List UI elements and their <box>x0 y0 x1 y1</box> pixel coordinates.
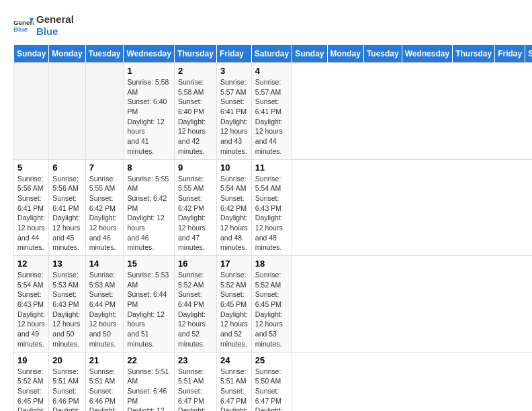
calendar-cell: 19Sunrise: 5:52 AMSunset: 6:45 PMDayligh… <box>14 352 49 411</box>
calendar-week-3: 12Sunrise: 5:54 AMSunset: 6:43 PMDayligh… <box>14 256 533 353</box>
col-header-saturday: Saturday <box>525 45 532 63</box>
day-number: 4 <box>255 66 288 76</box>
day-info: Sunrise: 5:52 AMSunset: 6:45 PMDaylight:… <box>255 270 288 349</box>
day-number: 1 <box>127 66 170 76</box>
calendar-cell <box>85 63 124 160</box>
day-number: 16 <box>178 259 213 269</box>
calendar-cell: 11Sunrise: 5:54 AMSunset: 6:43 PMDayligh… <box>251 159 292 256</box>
calendar-cell: 25Sunrise: 5:50 AMSunset: 6:47 PMDayligh… <box>251 352 292 411</box>
day-number: 21 <box>89 355 120 365</box>
col-header-tuesday: Tuesday <box>363 45 402 63</box>
svg-text:Blue: Blue <box>13 26 28 33</box>
header-wednesday: Wednesday <box>124 45 174 63</box>
calendar-cell: 10Sunrise: 5:54 AMSunset: 6:42 PMDayligh… <box>216 159 251 256</box>
col-header-wednesday: Wednesday <box>402 45 452 63</box>
col-header-friday: Friday <box>495 45 525 63</box>
calendar-cell: 7Sunrise: 5:55 AMSunset: 6:42 PMDaylight… <box>85 159 124 256</box>
calendar-cell: 20Sunrise: 5:51 AMSunset: 6:46 PMDayligh… <box>49 352 85 411</box>
calendar-cell: 17Sunrise: 5:52 AMSunset: 6:45 PMDayligh… <box>216 256 251 353</box>
header-sunday: Sunday <box>14 45 49 63</box>
day-number: 5 <box>17 163 45 173</box>
day-info: Sunrise: 5:53 AMSunset: 6:44 PMDaylight:… <box>89 270 120 349</box>
day-number: 14 <box>89 259 120 269</box>
day-info: Sunrise: 5:51 AMSunset: 6:47 PMDaylight:… <box>178 367 213 412</box>
day-info: Sunrise: 5:55 AMSunset: 6:42 PMDaylight:… <box>89 174 120 253</box>
day-number: 6 <box>52 163 81 173</box>
day-number: 18 <box>255 259 288 269</box>
calendar-cell <box>49 63 85 160</box>
day-info: Sunrise: 5:58 AMSunset: 6:40 PMDaylight:… <box>178 77 213 156</box>
day-number: 15 <box>127 259 170 269</box>
calendar-cell: 12Sunrise: 5:54 AMSunset: 6:43 PMDayligh… <box>14 256 49 353</box>
calendar-cell: 4Sunrise: 5:57 AMSunset: 6:41 PMDaylight… <box>251 63 292 160</box>
day-number: 10 <box>220 163 248 173</box>
day-info: Sunrise: 5:51 AMSunset: 6:46 PMDaylight:… <box>89 367 120 412</box>
day-number: 24 <box>220 355 248 365</box>
day-info: Sunrise: 5:57 AMSunset: 6:41 PMDaylight:… <box>220 77 248 156</box>
day-info: Sunrise: 5:55 AMSunset: 6:42 PMDaylight:… <box>127 174 170 253</box>
day-info: Sunrise: 5:56 AMSunset: 6:41 PMDaylight:… <box>17 174 45 253</box>
day-number: 8 <box>127 163 170 173</box>
day-number: 13 <box>52 259 81 269</box>
calendar-cell <box>14 63 49 160</box>
day-number: 2 <box>178 66 213 76</box>
header-monday: Monday <box>49 45 85 63</box>
calendar-cell: 24Sunrise: 5:51 AMSunset: 6:47 PMDayligh… <box>216 352 251 411</box>
day-info: Sunrise: 5:58 AMSunset: 6:40 PMDaylight:… <box>127 77 170 156</box>
day-info: Sunrise: 5:56 AMSunset: 6:41 PMDaylight:… <box>52 174 81 253</box>
calendar-cell: 1Sunrise: 5:58 AMSunset: 6:40 PMDaylight… <box>124 63 174 160</box>
day-info: Sunrise: 5:51 AMSunset: 6:47 PMDaylight:… <box>220 367 248 412</box>
header-thursday: Thursday <box>174 45 216 63</box>
calendar-cell: 18Sunrise: 5:52 AMSunset: 6:45 PMDayligh… <box>251 256 292 353</box>
calendar-cell: 14Sunrise: 5:53 AMSunset: 6:44 PMDayligh… <box>85 256 124 353</box>
calendar-table: SundayMondayTuesdayWednesdayThursdayFrid… <box>13 44 532 411</box>
page-header: General Blue General Blue <box>13 13 519 38</box>
day-info: Sunrise: 5:52 AMSunset: 6:44 PMDaylight:… <box>178 270 213 349</box>
day-info: Sunrise: 5:52 AMSunset: 6:45 PMDaylight:… <box>220 270 248 349</box>
day-info: Sunrise: 5:54 AMSunset: 6:43 PMDaylight:… <box>17 270 45 349</box>
calendar-cell: 5Sunrise: 5:56 AMSunset: 6:41 PMDaylight… <box>14 159 49 256</box>
header-friday: Friday <box>216 45 251 63</box>
calendar-cell: 2Sunrise: 5:58 AMSunset: 6:40 PMDaylight… <box>174 63 216 160</box>
calendar-cell: 9Sunrise: 5:55 AMSunset: 6:42 PMDaylight… <box>174 159 216 256</box>
header-saturday: Saturday <box>251 45 292 63</box>
day-info: Sunrise: 5:55 AMSunset: 6:42 PMDaylight:… <box>178 174 213 253</box>
day-number: 17 <box>220 259 248 269</box>
calendar-week-4: 19Sunrise: 5:52 AMSunset: 6:45 PMDayligh… <box>14 352 533 411</box>
day-info: Sunrise: 5:50 AMSunset: 6:47 PMDaylight:… <box>255 367 288 412</box>
calendar-cell: 8Sunrise: 5:55 AMSunset: 6:42 PMDaylight… <box>124 159 174 256</box>
calendar-header-row: SundayMondayTuesdayWednesdayThursdayFrid… <box>14 45 533 63</box>
calendar-week-2: 5Sunrise: 5:56 AMSunset: 6:41 PMDaylight… <box>14 159 533 256</box>
day-number: 22 <box>127 355 170 365</box>
calendar-week-1: 1Sunrise: 5:58 AMSunset: 6:40 PMDaylight… <box>14 63 533 160</box>
day-info: Sunrise: 5:57 AMSunset: 6:41 PMDaylight:… <box>255 77 288 156</box>
day-info: Sunrise: 5:51 AMSunset: 6:46 PMDaylight:… <box>52 367 81 412</box>
day-number: 12 <box>17 259 45 269</box>
day-number: 23 <box>178 355 213 365</box>
day-number: 3 <box>220 66 248 76</box>
logo-icon: General Blue <box>13 15 34 36</box>
col-header-thursday: Thursday <box>453 45 495 63</box>
calendar-cell: 16Sunrise: 5:52 AMSunset: 6:44 PMDayligh… <box>174 256 216 353</box>
day-number: 7 <box>89 163 120 173</box>
day-number: 11 <box>255 163 288 173</box>
col-header-monday: Monday <box>327 45 363 63</box>
calendar-cell: 3Sunrise: 5:57 AMSunset: 6:41 PMDaylight… <box>216 63 251 160</box>
logo: General Blue General Blue <box>13 13 74 38</box>
day-info: Sunrise: 5:54 AMSunset: 6:43 PMDaylight:… <box>255 174 288 253</box>
day-number: 19 <box>17 355 45 365</box>
calendar-cell: 23Sunrise: 5:51 AMSunset: 6:47 PMDayligh… <box>174 352 216 411</box>
calendar-cell: 13Sunrise: 5:53 AMSunset: 6:43 PMDayligh… <box>49 256 85 353</box>
day-info: Sunrise: 5:51 AMSunset: 6:46 PMDaylight:… <box>127 367 170 412</box>
calendar-cell: 21Sunrise: 5:51 AMSunset: 6:46 PMDayligh… <box>85 352 124 411</box>
day-info: Sunrise: 5:52 AMSunset: 6:45 PMDaylight:… <box>17 367 45 412</box>
day-info: Sunrise: 5:53 AMSunset: 6:43 PMDaylight:… <box>52 270 81 349</box>
col-header-sunday: Sunday <box>292 45 327 63</box>
calendar-cell: 6Sunrise: 5:56 AMSunset: 6:41 PMDaylight… <box>49 159 85 256</box>
day-info: Sunrise: 5:53 AMSunset: 6:44 PMDaylight:… <box>127 270 170 349</box>
day-number: 9 <box>178 163 213 173</box>
day-info: Sunrise: 5:54 AMSunset: 6:42 PMDaylight:… <box>220 174 248 253</box>
day-number: 25 <box>255 355 288 365</box>
day-number: 20 <box>52 355 81 365</box>
header-tuesday: Tuesday <box>85 45 124 63</box>
